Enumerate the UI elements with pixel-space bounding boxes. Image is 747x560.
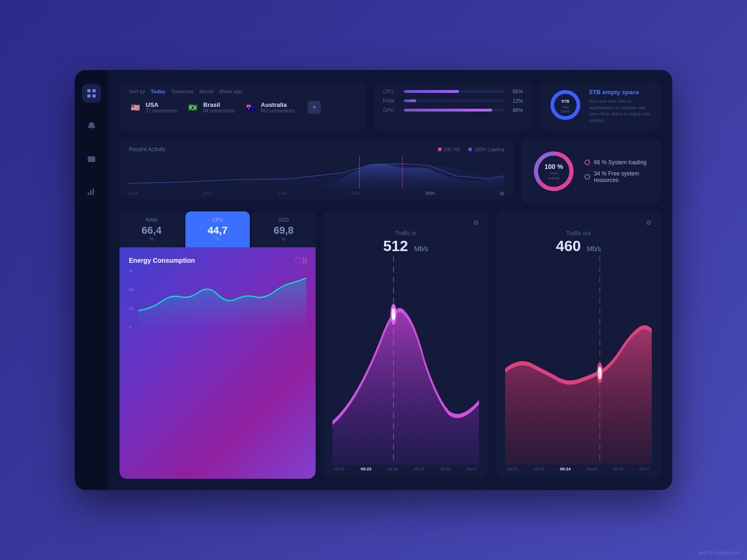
metric-bar-bg-ram (404, 99, 504, 102)
add-country-button[interactable]: + (308, 101, 321, 114)
country-name-usa: USA (146, 101, 177, 108)
sort-today[interactable]: Today (151, 89, 166, 94)
energy-card: Energy Consumption 〇)) % 50 25 0 (120, 247, 316, 479)
svg-text:5TB: 5TB (561, 99, 570, 104)
storage-title-text: empty space (602, 89, 639, 96)
traffic-out-x-2: 09:24 (560, 467, 571, 471)
tab-value-cpu: 44,7 (193, 224, 242, 237)
sidebar-icon-wallet[interactable] (82, 149, 101, 168)
stat-free: 34 % Free system resources (585, 170, 652, 183)
sidebar-icon-grid[interactable] (82, 84, 101, 103)
traffic-in-x-2: 09:24 (388, 467, 398, 471)
traffic-out-unit: Mb/s (587, 245, 601, 252)
filter-icon-in[interactable]: ⚙ (473, 219, 479, 226)
storage-title: 5TB empty space (589, 89, 652, 96)
traffic-in-panel: ⚙ Traffic in 512 Mb/s (323, 211, 488, 479)
country-usa: 🇺🇸 USA 72 connections (129, 101, 177, 113)
svg-rect-8 (90, 190, 92, 195)
traffic-in-x-5: 09:27 (466, 467, 477, 471)
metric-label-ram: RAM (383, 98, 399, 104)
traffic-out-x-labels: 09:22 09:23 09:24 09:25 09:26 09:27 (505, 467, 652, 471)
svg-text:activity: activity (548, 176, 559, 180)
traffic-in-value: 512 Mb/s (332, 238, 479, 255)
traffic-in-x-3: 09:25 (414, 467, 424, 471)
activity-label-2: 2018 (277, 191, 287, 196)
traffic-out-value: 460 Mb/s (505, 238, 652, 255)
svg-rect-1 (92, 89, 96, 92)
country-name-australia: Australia (261, 101, 295, 108)
sort-tomorrow[interactable]: Tomorrow (171, 89, 193, 94)
sidebar-icon-chart[interactable] (82, 182, 101, 201)
system-donut-chart: 100 % Total activity (530, 148, 577, 195)
activity-label-3: 2017 (351, 191, 360, 196)
connections-panel: Sort by Today Tomorrow Month Week ago 🇺🇸… (120, 81, 366, 131)
sort-weekago[interactable]: Week ago (219, 89, 242, 94)
svg-rect-0 (87, 89, 91, 92)
stat-circle-loading (585, 160, 590, 165)
metric-label-gpu: GPU (383, 107, 399, 113)
svg-rect-3 (92, 94, 96, 98)
watermark: post of uimaker.com (699, 550, 740, 555)
storage-info: 5TB empty space Duis aute irure dolor in… (589, 89, 652, 124)
flag-australia: 🇦🇺 (244, 103, 257, 112)
country-info-brasil: Brasil 84 connections (203, 101, 234, 113)
traffic-in-chart (332, 256, 479, 465)
legend-dot-vol (438, 147, 442, 151)
traffic-out-chart (505, 256, 652, 465)
tab-unit-cpu: % (193, 237, 242, 242)
traffic-out-x-4: 09:26 (613, 467, 624, 471)
country-connections-australia: 663 connections (261, 108, 295, 113)
activity-labels: 2016 2017 2018 2017 2020 ⬤ (129, 191, 504, 196)
svg-rect-9 (92, 189, 94, 195)
tab-ssd[interactable]: SSD 69,8 % (252, 211, 316, 247)
activity-label-0: 2016 (129, 191, 138, 196)
storage-amount: 5TB (589, 89, 601, 96)
legend-label-vol: 24h Vol. (444, 147, 461, 152)
metric-gpu: GPU 88% (383, 107, 523, 113)
countries-row: 🇺🇸 USA 72 connections 🇧🇷 Brasil 84 conne… (129, 101, 357, 114)
sort-label: Sort by (129, 89, 145, 94)
flag-usa: 🇺🇸 (129, 103, 142, 112)
tab-label-ssd: SSD (259, 217, 308, 223)
metric-bar-fill-ram (404, 99, 416, 102)
legend-dot-loading (468, 147, 472, 151)
activity-label-5: ⬤ (500, 191, 504, 196)
svg-rect-10 (95, 191, 95, 192)
main-content: Sort by Today Tomorrow Month Week ago 🇺🇸… (108, 70, 672, 490)
stat-text-loading: 66 % System loading (594, 159, 647, 166)
energy-y-25: 25 (129, 306, 134, 311)
energy-y-0: 0 (129, 325, 134, 329)
sidebar (75, 70, 108, 490)
country-australia: 🇦🇺 Australia 663 connections (244, 101, 295, 113)
metric-value-ram: 12% (509, 98, 523, 104)
svg-text:Total: Total (550, 171, 558, 175)
tab-ram[interactable]: RAM 66,4 % (120, 211, 183, 247)
metric-label-cpu: CPU (383, 89, 399, 94)
stat-text-free: 34 % Free system resources (594, 170, 652, 183)
sidebar-icon-bell[interactable] (82, 117, 101, 135)
svg-rect-7 (88, 192, 89, 195)
traffic-in-x-1: 09:23 (361, 467, 372, 471)
tab-cpu[interactable]: CPU 44,7 % (185, 211, 249, 247)
storage-panel: 5TB Total Space 5TB empty space Duis aut… (540, 81, 661, 131)
svg-text:Total: Total (562, 105, 569, 109)
sort-month[interactable]: Month (199, 89, 214, 94)
traffic-out-panel: ⚙ Traffic out 460 Mb/s (496, 211, 661, 479)
tab-unit-ram: % (127, 237, 176, 242)
system-stats: 66 % System loading 34 % Free system res… (585, 159, 652, 183)
energy-y-pct: % (129, 269, 134, 273)
filter-icon-out[interactable]: ⚙ (646, 219, 652, 226)
traffic-out-number: 460 (556, 238, 581, 254)
metric-value-cpu: 55% (509, 89, 523, 94)
traffic-in-x-labels: 09:22 09:23 09:24 09:25 09:26 09:27 (332, 467, 479, 471)
wifi-icon: 〇)) (295, 256, 307, 266)
traffic-out-x-1: 09:23 (534, 467, 544, 471)
bottom-row: RAM 66,4 % CPU 44,7 % SSD 69,8 % (120, 211, 661, 479)
traffic-out-header: ⚙ (505, 219, 652, 226)
top-row: Sort by Today Tomorrow Month Week ago 🇺🇸… (120, 81, 661, 131)
country-info-usa: USA 72 connections (146, 101, 177, 113)
traffic-in-x-0: 09:22 (334, 467, 345, 471)
dashboard: Sort by Today Tomorrow Month Week ago 🇺🇸… (75, 70, 672, 490)
activity-panel: Recent Activity 24h Vol. 100% Loading (120, 139, 514, 199)
metric-bar-fill-gpu (404, 109, 492, 112)
